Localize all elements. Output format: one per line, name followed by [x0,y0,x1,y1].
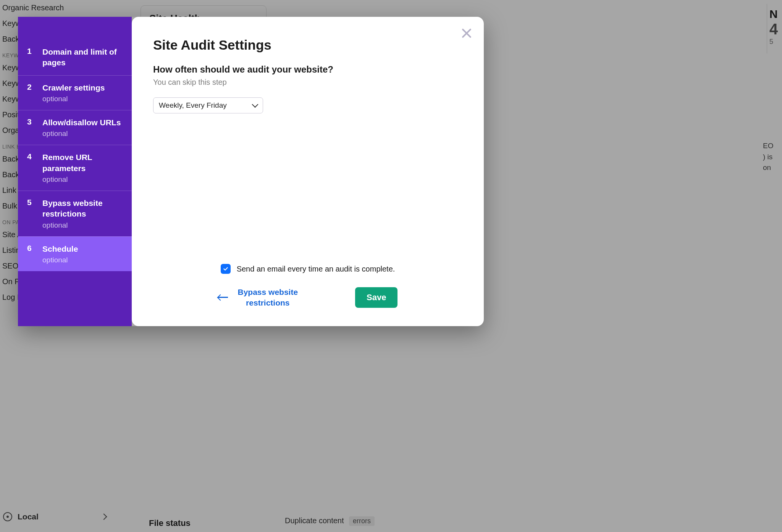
modal-footer: Send an email every time an audit is com… [153,264,462,311]
step-label: Remove URL parameters [42,152,123,174]
step-label: Domain and limit of pages [42,47,123,68]
step-optional: optional [42,175,123,184]
modal-main-panel: Site Audit Settings How often should we … [132,17,484,326]
step-number: 3 [27,117,34,138]
step-optional: optional [42,95,105,103]
step-optional: optional [42,256,78,264]
step-number: 4 [27,152,34,184]
modal-action-row: Bypass website restrictions Save [153,287,462,311]
site-audit-settings-modal: 1 Domain and limit of pages 2 Crawler se… [18,17,484,326]
schedule-select[interactable]: Weekly, Every Friday [153,97,263,113]
step-label: Bypass website restrictions [42,198,123,220]
step-allow-disallow[interactable]: 3 Allow/disallow URLs optional [18,110,132,145]
back-button-label: Bypass website restrictions [238,287,298,308]
schedule-select-value: Weekly, Every Friday [159,101,227,110]
step-domain-limit[interactable]: 1 Domain and limit of pages [18,40,132,75]
back-button[interactable]: Bypass website restrictions [218,287,298,308]
step-bypass-restrictions[interactable]: 5 Bypass website restrictions optional [18,191,132,236]
chevron-down-icon [252,101,259,108]
step-remove-url-params[interactable]: 4 Remove URL parameters optional [18,145,132,191]
step-number: 2 [27,82,34,103]
step-number: 5 [27,198,34,230]
step-label: Crawler settings [42,82,105,93]
arrow-left-icon [218,297,228,298]
modal-title: Site Audit Settings [153,37,462,53]
check-icon [223,266,229,272]
step-crawler-settings[interactable]: 2 Crawler settings optional [18,75,132,110]
step-optional: optional [42,221,123,230]
step-label: Allow/disallow URLs [42,117,121,128]
step-optional: optional [42,129,121,138]
email-notify-label: Send an email every time an audit is com… [237,265,395,273]
modal-steps-sidebar: 1 Domain and limit of pages 2 Crawler se… [18,17,132,326]
email-notify-row[interactable]: Send an email every time an audit is com… [153,264,462,274]
modal-hint: You can skip this step [153,78,462,87]
email-notify-checkbox[interactable] [221,264,231,274]
modal-subtitle: How often should we audit your website? [153,64,462,75]
step-label: Schedule [42,244,78,254]
close-icon [460,27,473,40]
step-number: 6 [27,244,34,264]
step-schedule[interactable]: 6 Schedule optional [18,236,132,271]
save-button[interactable]: Save [355,287,397,308]
close-button[interactable] [460,27,473,40]
step-number: 1 [27,47,34,68]
